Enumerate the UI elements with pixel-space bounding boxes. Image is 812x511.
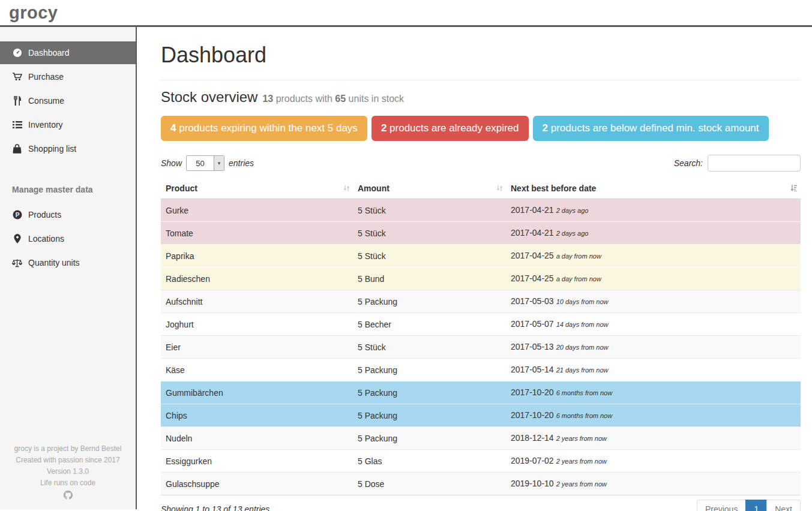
sort-icon — [497, 184, 502, 193]
table-row[interactable]: Aufschnitt 5 Packung 2017-05-0310 days f… — [161, 290, 801, 313]
sidebar-item-inventory[interactable]: Inventory — [0, 113, 136, 136]
column-header-product[interactable]: Product — [161, 180, 353, 199]
sidebar-item-label: Products — [28, 210, 61, 220]
best-before-cell: 2017-05-0714 days from now — [506, 313, 801, 336]
amount-cell: 5 Packung — [353, 427, 506, 450]
amount-cell: 5 Stück — [353, 199, 506, 222]
best-before-cell: 2019-07-022 years from now — [506, 450, 801, 473]
page-length-control: Show 50 ▾ entries — [161, 155, 254, 171]
sidebar-item-label: Locations — [28, 234, 64, 244]
footer-line: grocy is a project by Bernd Bestel — [0, 443, 136, 455]
sidebar-item-purchase[interactable]: Purchase — [0, 65, 136, 88]
column-header-next-best-before-date[interactable]: Next best before date — [506, 180, 801, 199]
table-row[interactable]: Eier 5 Stück 2017-05-1320 days from now — [161, 336, 801, 359]
best-before-cell: 2018-12-142 years from now — [506, 427, 801, 450]
footer-line: Version 1.3.0 — [0, 466, 136, 477]
sidebar-item-label: Inventory — [28, 120, 63, 130]
sidebar-item-consume[interactable]: Consume — [0, 89, 136, 112]
page-length-select[interactable]: 50 ▾ — [186, 155, 224, 171]
best-before-cell: 2017-05-1320 days from now — [506, 336, 801, 359]
amount-cell: 5 Stück — [353, 222, 506, 245]
badge-expired-products[interactable]: 2 products are already expired — [371, 116, 529, 141]
table-row[interactable]: Gummibärchen 5 Packung 2017-10-206 month… — [161, 381, 801, 404]
amount-cell: 5 Dose — [353, 473, 506, 495]
balance-scale-icon — [12, 258, 22, 267]
table-row[interactable]: Nudeln 5 Packung 2018-12-142 years from … — [161, 427, 801, 450]
product-cell: Nudeln — [161, 427, 353, 450]
pagination-previous-button[interactable]: Previous — [697, 500, 746, 511]
table-row[interactable]: Käse 5 Packung 2017-05-1421 days from no… — [161, 359, 801, 381]
table-row[interactable]: Essiggurken 5 Glas 2019-07-022 years fro… — [161, 450, 801, 473]
app-logo[interactable]: grocy — [9, 3, 58, 23]
svg-text:P: P — [15, 212, 19, 218]
best-before-cell: 2017-05-1421 days from now — [506, 359, 801, 381]
footer-line: Life runs on code — [0, 477, 136, 489]
table-row[interactable]: Radieschen 5 Bund 2017-04-25a day from n… — [161, 267, 801, 290]
github-icon[interactable] — [64, 491, 73, 503]
product-cell: Paprika — [161, 245, 353, 267]
amount-cell: 5 Glas — [353, 450, 506, 473]
table-row[interactable]: Chips 5 Packung 2017-10-206 months from … — [161, 404, 801, 427]
title-divider — [161, 80, 801, 80]
sidebar-item-label: Purchase — [28, 72, 64, 82]
sidebar-item-shopping-list[interactable]: Shopping list — [0, 137, 136, 160]
footer-line: Created with passion since 2017 — [0, 455, 136, 466]
amount-cell: 5 Packung — [353, 381, 506, 404]
sidebar: Dashboard Purchase Consume Inventory — [0, 27, 137, 509]
pagination-page-1-button[interactable]: 1 — [745, 500, 767, 511]
sidebar-footer: grocy is a project by Bernd Bestel Creat… — [0, 443, 136, 503]
table-row[interactable]: Tomate 5 Stück 2017-04-212 days ago — [161, 222, 801, 245]
sidebar-item-quantity-units[interactable]: Quantity units — [0, 251, 136, 274]
sidebar-item-label: Dashboard — [28, 48, 70, 58]
entries-label: entries — [229, 158, 254, 168]
best-before-cell: 2017-04-25a day from now — [506, 267, 801, 290]
shopping-cart-icon — [12, 72, 22, 82]
sidebar-item-locations[interactable]: Locations — [0, 227, 136, 250]
table-row[interactable]: Gurke 5 Stück 2017-04-212 days ago — [161, 199, 801, 222]
shopping-bag-icon — [12, 144, 22, 154]
best-before-cell: 2019-10-102 years from now — [506, 473, 801, 495]
chevron-down-icon: ▾ — [214, 156, 224, 170]
amount-cell: 5 Stück — [353, 336, 506, 359]
table-row[interactable]: Gulaschsuppe 5 Dose 2019-10-102 years fr… — [161, 473, 801, 495]
sidebar-item-dashboard[interactable]: Dashboard — [0, 41, 136, 64]
best-before-cell: 2017-04-25a day from now — [506, 245, 801, 267]
list-icon — [12, 120, 22, 130]
best-before-cell: 2017-10-206 months from now — [506, 404, 801, 427]
sort-amount-asc-icon — [790, 184, 797, 193]
sidebar-section-title: Manage master data — [0, 178, 136, 201]
stock-overview-title: Stock overview — [161, 89, 257, 106]
pagination-next-button[interactable]: Next — [766, 500, 801, 511]
amount-cell: 5 Packung — [353, 359, 506, 381]
product-cell: Gulaschsuppe — [161, 473, 353, 495]
show-label: Show — [161, 158, 182, 168]
product-cell: Eier — [161, 336, 353, 359]
search-control: Search: — [674, 155, 801, 172]
badge-expiring-products[interactable]: 4 products expiring within the next 5 da… — [161, 116, 367, 141]
product-cell: Joghurt — [161, 313, 353, 336]
product-cell: Tomate — [161, 222, 353, 245]
badge-below-min-stock[interactable]: 2 products are below defined min. stock … — [533, 116, 769, 141]
sidebar-item-label: Quantity units — [28, 258, 80, 267]
stock-overview-subtitle: 13 products with 65 units in stock — [262, 94, 404, 104]
product-cell: Radieschen — [161, 267, 353, 290]
product-cell: Essiggurken — [161, 450, 353, 473]
amount-cell: 5 Bund — [353, 267, 506, 290]
product-cell: Gummibärchen — [161, 381, 353, 404]
best-before-cell: 2017-04-212 days ago — [506, 199, 801, 222]
table-row[interactable]: Joghurt 5 Becher 2017-05-0714 days from … — [161, 313, 801, 336]
column-header-amount[interactable]: Amount — [353, 180, 506, 199]
product-cell: Aufschnitt — [161, 290, 353, 313]
pagination: Previous 1 Next — [697, 500, 801, 511]
search-input[interactable] — [708, 155, 801, 172]
sidebar-item-label: Consume — [28, 96, 64, 106]
page-title: Dashboard — [161, 43, 801, 68]
amount-cell: 5 Becher — [353, 313, 506, 336]
top-bar: grocy — [0, 0, 812, 27]
sidebar-item-products[interactable]: P Products — [0, 203, 136, 226]
amount-cell: 5 Packung — [353, 290, 506, 313]
search-label: Search: — [674, 158, 703, 168]
main-content: Dashboard Stock overview 13 products wit… — [137, 27, 812, 509]
table-row[interactable]: Paprika 5 Stück 2017-04-25a day from now — [161, 245, 801, 267]
cutlery-icon — [12, 96, 22, 106]
